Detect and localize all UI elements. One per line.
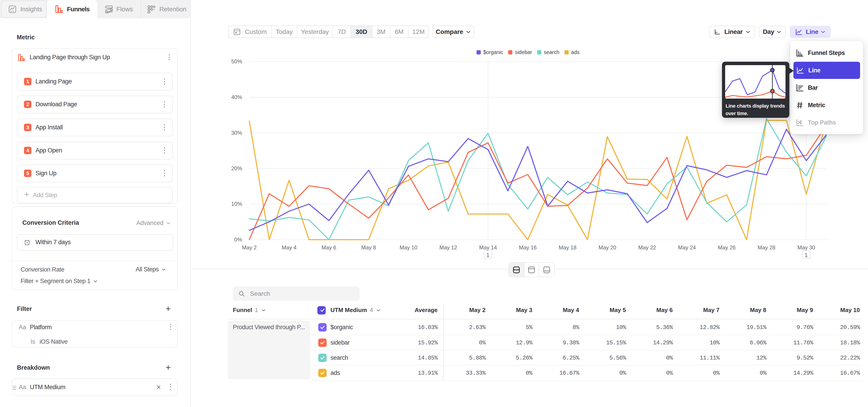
- svg-text:May 20: May 20: [598, 244, 616, 251]
- svg-text:May 8: May 8: [361, 244, 376, 251]
- svg-text:May 30: May 30: [798, 244, 815, 251]
- svg-text:May 12: May 12: [439, 244, 457, 251]
- svg-text:May 2: May 2: [242, 244, 256, 251]
- svg-text:May 14: May 14: [479, 244, 497, 251]
- svg-text:0%: 0%: [234, 237, 242, 243]
- svg-text:May 10: May 10: [400, 244, 417, 251]
- svg-text:May 6: May 6: [321, 244, 336, 251]
- svg-text:20%: 20%: [231, 165, 242, 171]
- svg-text:May 4: May 4: [282, 244, 296, 251]
- svg-text:May 24: May 24: [678, 244, 696, 251]
- svg-text:May 22: May 22: [638, 244, 656, 251]
- svg-text:May 16: May 16: [519, 244, 537, 251]
- svg-text:10%: 10%: [231, 201, 242, 207]
- svg-text:May 28: May 28: [758, 244, 776, 251]
- svg-text:40%: 40%: [231, 94, 242, 100]
- svg-text:30%: 30%: [231, 130, 242, 136]
- svg-text:50%: 50%: [231, 58, 242, 64]
- svg-text:May 18: May 18: [559, 244, 577, 251]
- svg-text:May 26: May 26: [718, 244, 736, 251]
